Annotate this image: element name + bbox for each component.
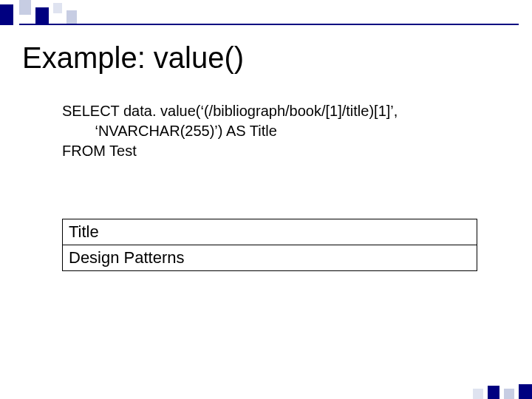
code-block: SELECT data. value(‘(/bibliograph/book/[… (62, 101, 510, 161)
decor-top-strip (0, 0, 532, 25)
table-header-cell: Title (63, 219, 477, 245)
decor-square (53, 3, 62, 13)
slide-body: Example: value() SELECT data. value(‘(/b… (0, 25, 532, 399)
decor-square (35, 7, 49, 25)
code-line: ‘NVARCHAR(255)’) AS Title (62, 123, 277, 139)
table-row: Title (63, 219, 477, 245)
table-data-cell: Design Patterns (63, 245, 477, 271)
decor-square (19, 0, 31, 15)
code-line: SELECT data. value(‘(/bibliograph/book/[… (62, 103, 398, 119)
table-row: Design Patterns (63, 245, 477, 271)
decor-square (66, 10, 77, 25)
slide-title: Example: value() (22, 41, 510, 75)
decor-square (0, 4, 13, 25)
result-table: Title Design Patterns (62, 219, 477, 271)
code-line: FROM Test (62, 143, 137, 159)
decor-rule (19, 24, 519, 25)
